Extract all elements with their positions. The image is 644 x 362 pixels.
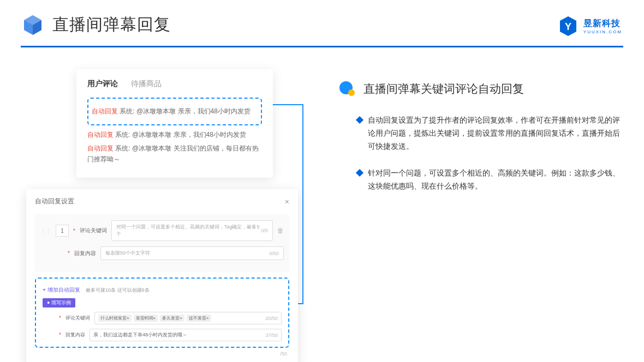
index-box: 1 <box>56 225 69 237</box>
diamond-icon <box>356 169 363 177</box>
brand-logo: Y 昱新科技 YUUXIN.COM <box>557 15 622 37</box>
example-badge: ● 填写示例 <box>43 298 75 307</box>
comment-text: 系统: @冰墩墩本墩 关注我们的店铺，每日都有热门推荐呦～ <box>87 144 259 162</box>
add-reply-link[interactable]: + 增加自动回复 <box>43 287 80 293</box>
ex-keyword-input[interactable]: 什么时候发货× 发货时间× 多久发货× 还不发货× 20/50 <box>94 312 282 324</box>
bullet-text: 针对同一个问题，可设置多个相近的、高频的关键词。例如：这款多少钱、这块能优惠吗、… <box>368 167 622 193</box>
cube-icon <box>22 14 44 36</box>
keyword-input[interactable]: 对同一个问题，可设置多个相近、高频的关键词，Tag确定，最多5个 0/5 <box>111 220 273 241</box>
diamond-icon <box>356 116 363 124</box>
keyword-tag[interactable]: 发货时间× <box>134 315 158 322</box>
ex-content-label: 回复内容 <box>65 331 85 339</box>
bullet-item: 自动回复设置为了提升作者的评论回复效率，作者可在开播前针对常见的评论用户问题，提… <box>357 114 622 153</box>
svg-text:Y: Y <box>565 21 571 32</box>
delete-icon[interactable]: 🗑 <box>277 227 284 234</box>
bullet-item: 针对同一个问题，可设置多个相近的、高频的关键词。例如：这款多少钱、这块能优惠吗、… <box>357 167 622 193</box>
page-title: 直播间弹幕回复 <box>52 14 171 36</box>
highlighted-comment: 自动回复 系统: @冰墩墩本墩 亲亲，我们48小时内发货 <box>87 98 262 125</box>
dialog-title: 自动回复设置 <box>35 197 74 206</box>
ex-content-input[interactable]: 亲，我们这边都是下单48小时内发货的哦～ 37/50 <box>90 329 282 341</box>
keyword-tag[interactable]: 多久发货× <box>160 315 184 322</box>
tab-comments[interactable]: 用户评论 <box>87 79 118 89</box>
comments-card: 用户评论 待播商品 自动回复 系统: @冰墩墩本墩 亲亲，我们48小时内发货 自… <box>76 69 273 178</box>
section-title: 直播间弹幕关键词评论自动回复 <box>363 81 524 96</box>
brand-url: YUUXIN.COM <box>583 29 622 34</box>
auto-reply-tag: 自动回复 <box>87 131 114 138</box>
comment-text: 系统: @冰墩墩本墩 亲亲，我们48小时内发货 <box>120 107 251 115</box>
settings-dialog: 自动回复设置 × ⋮⋮ 1 * 评论关键词 对同一个问题，可设置多个相近、高频的… <box>26 189 298 362</box>
ex-keyword-label: 评论关键词 <box>65 315 90 322</box>
keyword-tag[interactable]: 什么时候发货× <box>98 315 132 322</box>
auto-reply-tag: 自动回复 <box>92 107 118 115</box>
content-input[interactable]: 每条限50个中文字符 0/50 <box>100 246 284 260</box>
brand-name: 昱新科技 <box>583 18 622 29</box>
bullet-text: 自动回复设置为了提升作者的评论回复效率，作者可在开播前针对常见的评论用户问题，提… <box>368 114 622 153</box>
keyword-tag[interactable]: 还不发货× <box>187 315 211 322</box>
keyword-label: 评论关键词 <box>80 227 107 234</box>
bubble-icon <box>338 80 356 98</box>
svg-point-5 <box>348 89 355 96</box>
outer-count: /50 <box>35 351 289 357</box>
content-label: 回复内容 <box>74 250 96 257</box>
auto-reply-tag: 自动回复 <box>87 144 114 152</box>
add-hint: 最多可建10条 还可以创建9条 <box>86 287 150 293</box>
comment-text: 系统: @冰墩墩本墩 亲亲，我们48小时内发货 <box>115 131 246 138</box>
add-example-section: + 增加自动回复 最多可建10条 还可以创建9条 ● 填写示例 * 评论关键词 … <box>35 277 289 348</box>
tab-products[interactable]: 待播商品 <box>131 79 162 89</box>
close-icon[interactable]: × <box>285 197 289 206</box>
